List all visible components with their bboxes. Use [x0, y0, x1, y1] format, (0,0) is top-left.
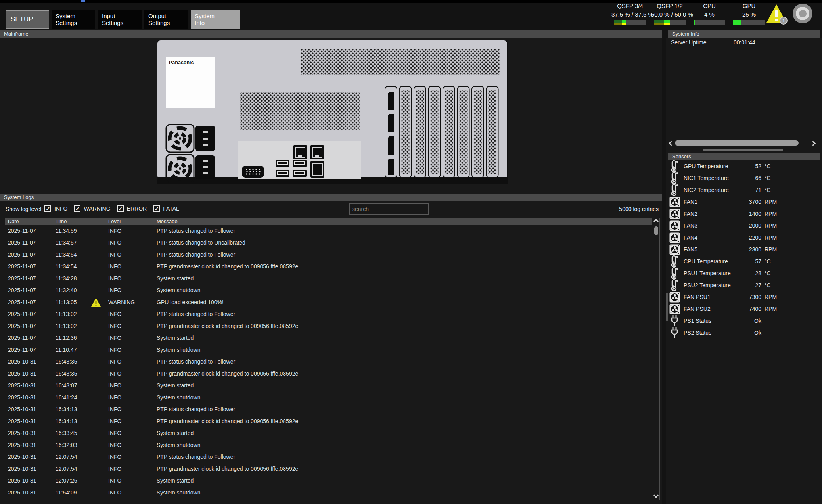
log-level: INFO	[108, 249, 121, 261]
scroll-up-arrow-icon[interactable]	[653, 219, 659, 224]
log-time: 16:43:35	[56, 368, 77, 379]
log-message: System started	[157, 427, 194, 439]
log-date: 2025-10-31	[8, 487, 36, 498]
log-message: System shutdown	[157, 439, 201, 451]
log-date: 2025-11-07	[8, 237, 36, 249]
log-rows: 2025-11-07 11:34:59 INFO PTP status chan…	[5, 225, 652, 498]
meter-bar-segment	[664, 23, 670, 25]
log-row[interactable]: 2025-10-31 16:43:35 INFO PTP grandmaster…	[5, 368, 652, 379]
log-row[interactable]: 2025-11-07 11:34:28 INFO System started	[5, 272, 652, 284]
sensor-row: FAN2 1400 RPM	[668, 208, 820, 220]
fan-icon	[668, 220, 681, 232]
sensor-value: 57	[720, 258, 761, 264]
system-info-panel-header: System Info	[668, 30, 820, 38]
log-level-filter: FATAL	[153, 205, 179, 212]
sensor-row: PS1 Status Ok	[668, 315, 820, 327]
log-date: 2025-11-07	[8, 296, 36, 308]
log-row[interactable]: 2025-11-07 11:13:02 INFO PTP grandmaster…	[5, 320, 652, 332]
sidebar-scrollbar-thumb[interactable]	[666, 293, 668, 321]
fan-icon	[668, 243, 681, 255]
vertical-scrollbar-thumb[interactable]	[654, 226, 658, 235]
tab[interactable]: System Info	[191, 10, 240, 29]
log-row[interactable]: 2025-11-07 11:13:02 INFO PTP status chan…	[5, 308, 652, 320]
tab-bar: System Settings Input Settings Output Se…	[52, 10, 240, 29]
log-level: INFO	[108, 356, 121, 368]
thermometer-icon	[668, 184, 681, 196]
log-time: 16:43:07	[56, 379, 77, 391]
log-date: 2025-10-31	[8, 391, 36, 403]
sensor-value: 28	[720, 270, 761, 276]
log-level: INFO	[108, 439, 121, 451]
setup-button[interactable]: SETUP	[6, 10, 49, 29]
log-time: 16:41:24	[56, 391, 77, 403]
log-date: 2025-10-31	[8, 356, 36, 368]
log-level: INFO	[108, 391, 121, 403]
log-level-checkbox[interactable]	[44, 205, 51, 212]
sensor-row: CPU Temperature 57 °C	[668, 255, 820, 267]
log-row[interactable]: 2025-10-31 16:32:03 INFO System shutdown	[5, 439, 652, 451]
card-slot-blank	[487, 86, 498, 178]
search-input[interactable]	[349, 203, 429, 215]
tab[interactable]: System Settings	[52, 10, 95, 29]
log-level: INFO	[108, 368, 121, 379]
log-row[interactable]: 2025-10-31 16:34:13 INFO PTP status chan…	[5, 403, 652, 415]
log-row[interactable]: 2025-10-31 12:07:54 INFO PTP grandmaster…	[5, 463, 652, 475]
log-row[interactable]: 2025-11-07 11:34:57 INFO PTP status chan…	[5, 237, 652, 249]
log-time: 16:32:03	[56, 439, 77, 451]
sidebar-horizontal-scrollbar[interactable]	[703, 149, 783, 151]
log-time: 11:13:05	[56, 296, 77, 308]
sensor-row: NIC1 Temperature 66 °C	[668, 172, 820, 184]
power-inlet-1	[195, 126, 215, 151]
log-level-checkbox[interactable]	[153, 205, 160, 212]
log-row[interactable]: 2025-11-07 11:32:40 INFO System shutdown	[5, 284, 652, 296]
meter-bar-segment	[654, 23, 664, 25]
log-row[interactable]: 2025-10-31 12:07:54 INFO PTP status chan…	[5, 451, 652, 463]
log-row[interactable]: 2025-11-07 11:34:59 INFO PTP status chan…	[5, 225, 652, 237]
horizontal-scrollbar-thumb[interactable]	[675, 140, 799, 146]
ethernet-port-2	[310, 145, 324, 159]
fan-icon	[668, 232, 681, 243]
log-row[interactable]: 2025-10-31 16:33:45 INFO System started	[5, 427, 652, 439]
log-time: 16:43:35	[56, 356, 77, 368]
log-row[interactable]: 2025-11-07 11:10:47 INFO System shutdown	[5, 344, 652, 356]
sensor-row: FAN5 2300 RPM	[668, 243, 820, 255]
log-message: System shutdown	[157, 487, 201, 498]
log-level: INFO	[108, 284, 121, 296]
scroll-down-arrow-icon[interactable]	[653, 493, 659, 498]
log-row[interactable]: 2025-11-07 11:34:54 INFO PTP grandmaster…	[5, 261, 652, 272]
log-time: 11:34:59	[56, 225, 77, 237]
tab[interactable]: Output Settings	[144, 10, 188, 29]
log-row[interactable]: 2025-11-07 11:13:05 WARNING GPU load exc…	[5, 296, 652, 308]
log-message: PTP grandmaster clock id changed to 0090…	[157, 320, 298, 332]
log-level-filter: INFO	[44, 205, 67, 212]
tab[interactable]: Input Settings	[98, 10, 142, 29]
log-row[interactable]: 2025-10-31 16:43:35 INFO PTP status chan…	[5, 356, 652, 368]
sidebar-scrollbar-track[interactable]	[667, 30, 667, 504]
sensor-unit: °C	[765, 270, 771, 276]
log-row[interactable]: 2025-11-07 11:12:36 INFO System started	[5, 332, 652, 344]
log-row[interactable]: 2025-10-31 11:54:09 INFO System shutdown	[5, 487, 652, 498]
log-time: 11:12:36	[56, 332, 77, 344]
sensor-row: PSU1 Temperature 28 °C	[668, 267, 820, 279]
tab-label-line2: Settings	[102, 19, 140, 26]
log-message: PTP status changed to Follower	[157, 403, 235, 415]
status-ring-button[interactable]	[793, 4, 812, 23]
sensor-unit: RPM	[765, 294, 777, 300]
sensor-value: 2300	[720, 246, 761, 253]
log-date: 2025-11-07	[8, 225, 36, 237]
tab-label-line2: Settings	[148, 19, 186, 26]
log-row[interactable]: 2025-11-07 11:34:54 INFO PTP status chan…	[5, 249, 652, 261]
sensor-value: 1400	[720, 211, 761, 217]
meter-name: CPU	[691, 2, 728, 9]
log-level: INFO	[108, 237, 121, 249]
log-time: 16:34:13	[56, 415, 77, 427]
log-row[interactable]: 2025-10-31 16:43:07 INFO System started	[5, 379, 652, 391]
log-level-checkbox[interactable]	[74, 205, 80, 212]
log-row[interactable]: 2025-10-31 12:07:26 INFO System started	[5, 475, 652, 487]
log-level-checkbox[interactable]	[117, 205, 124, 212]
resource-meter: QSFP 1/2 50.0 % / 50.0 %	[651, 2, 688, 25]
sensor-value: 7400	[720, 306, 761, 312]
log-row[interactable]: 2025-10-31 16:41:24 INFO System shutdown	[5, 391, 652, 403]
show-log-level-label: Show log level:	[6, 206, 43, 212]
log-row[interactable]: 2025-10-31 16:34:13 INFO PTP grandmaster…	[5, 415, 652, 427]
